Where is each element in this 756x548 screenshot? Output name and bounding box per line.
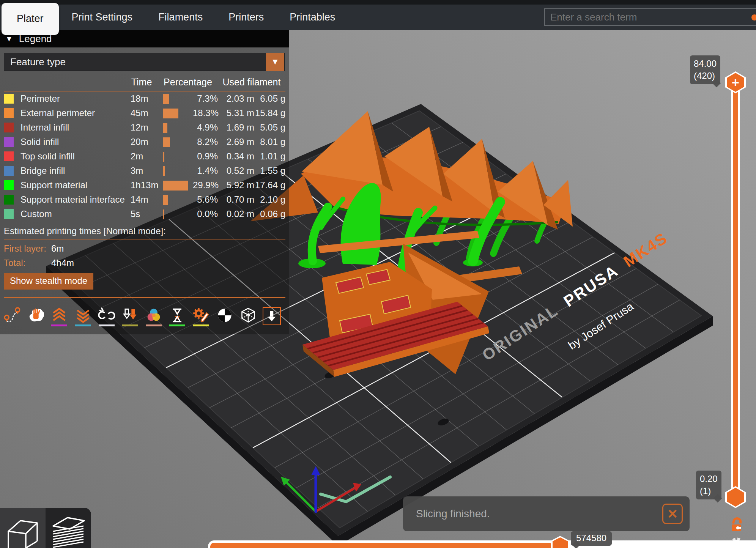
feature-label: Solid infill (14, 137, 125, 147)
search-box[interactable] (544, 8, 756, 26)
divider (4, 297, 285, 298)
feature-color-swatch (4, 123, 14, 132)
feature-mass: 5.05 g (254, 122, 285, 133)
percentage-bar (163, 152, 164, 162)
legend-panel: ▼ Legend Feature type ▼ Time Percentage … (0, 30, 289, 334)
search-input[interactable] (545, 11, 742, 23)
percentage-bar-cell (158, 151, 193, 162)
feature-color-swatch (4, 94, 14, 104)
percentage-bar-cell (158, 137, 193, 148)
percentage-bar-cell (158, 108, 193, 119)
feature-time: 14m (125, 194, 158, 205)
percentage-bar-cell (158, 122, 193, 133)
legend-row: Top solid infill 2m 0.9% 0.34 m 1.01 g (0, 149, 289, 164)
chevron-down-icon[interactable]: ▼ (266, 53, 284, 71)
seams-icon[interactable] (97, 307, 117, 328)
col-time: Time (125, 77, 158, 88)
layer-number-value: (420) (694, 70, 717, 82)
travel-path-icon[interactable] (2, 307, 22, 328)
legend-table: Perimeter 18m 7.3% 2.03 m 6.05 g Externa… (0, 91, 289, 221)
percentage-bar (163, 123, 167, 133)
tool-marker-icon[interactable] (262, 307, 282, 328)
percentage-bar-cell (158, 93, 193, 104)
feature-color-swatch (4, 166, 14, 176)
percentage-bar-cell (158, 165, 193, 176)
feature-percentage: 1.4% (193, 165, 218, 176)
legend-row: Internal infill 12m 4.9% 1.69 m 5.05 g (0, 120, 289, 135)
retractions-icon[interactable] (49, 307, 69, 328)
feature-length: 2.69 m (218, 137, 254, 147)
feature-label: Bridge infill (14, 165, 125, 176)
col-used-filament: Used filament (218, 77, 285, 88)
feature-time: 3m (125, 165, 158, 176)
tab-print-settings[interactable]: Print Settings (59, 5, 146, 30)
feature-time: 18m (125, 93, 158, 104)
custom-gcode-icon[interactable] (191, 307, 211, 328)
window-top-strip (0, 0, 756, 5)
moves-slider-track[interactable] (208, 540, 756, 548)
feature-time: 12m (125, 122, 158, 133)
color-changes-icon[interactable] (144, 307, 164, 328)
layer-number-value: (1) (700, 485, 718, 497)
legend-row: Custom 5s 0.0% 0.02 m 0.06 g (0, 207, 289, 221)
legend-row: Solid infill 20m 8.2% 2.69 m 8.01 g (0, 135, 289, 149)
feature-mass: 1.55 g (254, 165, 285, 176)
feature-time: 20m (125, 137, 158, 147)
feature-length: 2.03 m (218, 93, 254, 104)
feature-percentage: 0.0% (193, 209, 218, 219)
legend-row: Perimeter 18m 7.3% 2.03 m 6.05 g (0, 91, 289, 106)
feature-percentage: 0.9% (193, 151, 218, 162)
layer-height-value: 84.00 (694, 58, 717, 70)
percentage-bar (163, 209, 164, 219)
feature-length: 0.02 m (218, 209, 254, 219)
center-of-mass-icon[interactable] (215, 307, 235, 328)
feature-label: Internal infill (14, 122, 125, 133)
prusaslicer-window: ORIGINAL PRUSA MK4S by Josef Prusa (0, 0, 756, 548)
feature-percentage: 7.3% (193, 93, 218, 104)
tab-filaments[interactable]: Filaments (145, 5, 216, 30)
editor-view-button[interactable] (0, 508, 46, 548)
first-layer-row: First layer: 6m (4, 243, 285, 254)
percentage-bar (163, 195, 168, 205)
plus-icon: + (727, 73, 744, 92)
percentage-bar (163, 137, 170, 147)
show-stealth-mode-button[interactable]: Show stealth mode (4, 273, 93, 290)
legend-row: Bridge infill 3m 1.4% 0.52 m 1.55 g (0, 164, 289, 178)
layer-height-tooltip-bottom: 0.20 (1) (696, 471, 721, 499)
tab-printables[interactable]: Printables (277, 5, 348, 30)
cube-icon (5, 513, 41, 548)
move-count-tooltip: 574580 (571, 531, 612, 546)
search-icon (751, 14, 756, 20)
main-tab-bar: Plater Print Settings Filaments Printers… (0, 5, 756, 30)
feature-percentage: 8.2% (193, 137, 218, 147)
deretractions-icon[interactable] (73, 307, 93, 328)
pause-prints-icon[interactable] (167, 307, 187, 328)
unlock-icon[interactable] (729, 517, 745, 535)
move-count-value: 574580 (576, 532, 606, 544)
feature-length: 0.70 m (218, 194, 254, 205)
feature-label: Support material (14, 180, 125, 191)
layer-slider-track[interactable] (731, 76, 740, 502)
view-type-dropdown[interactable]: Feature type ▼ (4, 53, 285, 71)
tab-printers[interactable]: Printers (216, 5, 277, 30)
feature-mass: 6.05 g (254, 93, 285, 104)
tool-changes-icon[interactable] (120, 307, 140, 328)
legend-row: Support material 1h13m 29.9% 5.92 m 17.6… (0, 178, 289, 192)
feature-label: Perimeter (14, 93, 125, 104)
preview-view-button[interactable] (46, 508, 91, 548)
feature-color-swatch (4, 209, 14, 219)
divider (4, 239, 285, 239)
feature-label: Custom (14, 209, 125, 219)
close-icon[interactable]: ✕ (662, 504, 683, 524)
legend-row: Support material interface 14m 5.6% 0.70… (0, 192, 289, 207)
wipe-icon[interactable] (26, 307, 46, 328)
view-switch (0, 508, 91, 548)
tab-plater[interactable]: Plater (2, 3, 59, 35)
feature-mass: 15.84 g (254, 108, 285, 118)
collapse-triangle-icon: ▼ (5, 35, 13, 43)
percentage-bar-cell (158, 194, 193, 205)
feature-length: 0.34 m (218, 151, 254, 162)
shells-icon[interactable] (238, 307, 258, 328)
layers-icon (50, 513, 87, 548)
total-label: Total: (4, 258, 51, 268)
